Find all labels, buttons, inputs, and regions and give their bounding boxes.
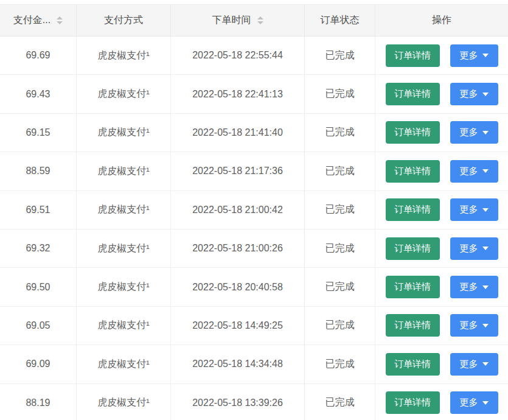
caret-down-icon xyxy=(257,21,263,24)
cell-amount: 69.50 xyxy=(0,268,77,306)
more-button[interactable]: 更多 xyxy=(450,353,498,376)
cell-payment-method: 虎皮椒支付¹ xyxy=(77,114,171,152)
caret-down-icon xyxy=(482,285,489,289)
caret-down-icon xyxy=(482,324,489,327)
cell-actions: 订单详情 更多 xyxy=(375,75,508,113)
more-button[interactable]: 更多 xyxy=(450,160,498,183)
cell-order-time: 2022-05-18 14:34:48 xyxy=(171,345,305,383)
cell-amount: 69.43 xyxy=(0,75,77,113)
column-header-status: 订单状态 xyxy=(305,5,375,36)
order-detail-button[interactable]: 订单详情 xyxy=(386,314,440,337)
order-detail-button[interactable]: 订单详情 xyxy=(386,237,440,260)
cell-order-time: 2022-05-18 21:00:26 xyxy=(171,229,305,267)
column-header-method: 支付方式 xyxy=(77,5,171,36)
cell-actions: 订单详情 更多 xyxy=(375,384,508,420)
cell-order-time: 2022-05-18 21:41:40 xyxy=(171,114,305,152)
cell-order-time: 2022-05-18 14:49:25 xyxy=(171,307,305,345)
cell-amount: 88.59 xyxy=(0,152,77,190)
more-button-label: 更多 xyxy=(460,88,478,100)
cell-actions: 订单详情 更多 xyxy=(375,229,508,267)
cell-order-status: 已完成 xyxy=(305,191,375,229)
more-button[interactable]: 更多 xyxy=(450,198,498,221)
column-header-status-label: 订单状态 xyxy=(321,14,360,27)
cell-order-time: 2022-05-18 22:41:13 xyxy=(171,75,305,113)
cell-actions: 订单详情 更多 xyxy=(375,307,508,345)
cell-order-status: 已完成 xyxy=(305,307,375,345)
cell-order-time: 2022-05-18 13:39:26 xyxy=(171,384,305,420)
cell-actions: 订单详情 更多 xyxy=(375,37,508,74)
cell-actions: 订单详情 更多 xyxy=(375,268,508,306)
caret-up-icon xyxy=(57,16,63,19)
table-row: 69.43 虎皮椒支付¹ 2022-05-18 22:41:13 已完成 订单详… xyxy=(0,75,508,113)
cell-amount: 69.69 xyxy=(0,37,77,74)
more-button-label: 更多 xyxy=(460,127,478,138)
cell-payment-method: 虎皮椒支付¹ xyxy=(77,152,171,190)
cell-order-time: 2022-05-18 22:55:44 xyxy=(171,37,305,74)
order-detail-button[interactable]: 订单详情 xyxy=(386,83,440,105)
cell-actions: 订单详情 更多 xyxy=(375,114,508,152)
cell-amount: 69.51 xyxy=(0,191,77,229)
more-button-label: 更多 xyxy=(460,320,478,331)
column-header-time-label: 下单时间 xyxy=(212,14,251,27)
cell-payment-method: 虎皮椒支付¹ xyxy=(77,345,171,383)
cell-payment-method: 虎皮椒支付¹ xyxy=(77,191,171,229)
cell-actions: 订单详情 更多 xyxy=(375,345,508,383)
cell-payment-method: 虎皮椒支付¹ xyxy=(77,229,171,267)
caret-down-icon xyxy=(482,54,489,57)
cell-payment-method: 虎皮椒支付¹ xyxy=(77,384,171,420)
orders-table: 支付金... 支付方式 下单时间 订单状态 操作 69.69 虎皮椒支付¹ 20… xyxy=(0,4,508,420)
cell-payment-method: 虎皮椒支付¹ xyxy=(77,307,171,345)
more-button-label: 更多 xyxy=(460,243,478,254)
order-detail-button[interactable]: 订单详情 xyxy=(386,353,440,376)
cell-payment-method: 虎皮椒支付¹ xyxy=(77,268,171,306)
order-detail-button[interactable]: 订单详情 xyxy=(386,276,440,298)
column-header-amount[interactable]: 支付金... xyxy=(0,5,77,36)
order-detail-button[interactable]: 订单详情 xyxy=(386,44,440,67)
sort-icon[interactable] xyxy=(257,16,263,24)
column-header-method-label: 支付方式 xyxy=(104,14,143,27)
more-button[interactable]: 更多 xyxy=(450,391,498,414)
table-row: 69.51 虎皮椒支付¹ 2022-05-18 21:00:42 已完成 订单详… xyxy=(0,191,508,229)
cell-order-status: 已完成 xyxy=(305,268,375,306)
more-button-label: 更多 xyxy=(460,204,478,215)
cell-amount: 69.09 xyxy=(0,345,77,383)
sort-icon[interactable] xyxy=(57,16,63,24)
cell-payment-method: 虎皮椒支付¹ xyxy=(77,75,171,113)
more-button[interactable]: 更多 xyxy=(450,276,498,298)
caret-down-icon xyxy=(482,247,489,250)
table-row: 69.69 虎皮椒支付¹ 2022-05-18 22:55:44 已完成 订单详… xyxy=(0,37,508,75)
cell-payment-method: 虎皮椒支付¹ xyxy=(77,37,171,74)
order-detail-button[interactable]: 订单详情 xyxy=(386,391,440,414)
cell-order-status: 已完成 xyxy=(305,345,375,383)
caret-down-icon xyxy=(482,93,489,96)
cell-order-time: 2022-05-18 20:40:58 xyxy=(171,268,305,306)
cell-amount: 88.19 xyxy=(0,384,77,420)
more-button-label: 更多 xyxy=(460,397,478,408)
table-row: 69.32 虎皮椒支付¹ 2022-05-18 21:00:26 已完成 订单详… xyxy=(0,229,508,268)
cell-order-status: 已完成 xyxy=(305,384,375,420)
cell-actions: 订单详情 更多 xyxy=(375,152,508,190)
order-detail-button[interactable]: 订单详情 xyxy=(386,121,440,144)
caret-up-icon xyxy=(257,16,263,19)
more-button[interactable]: 更多 xyxy=(450,121,498,144)
more-button[interactable]: 更多 xyxy=(450,44,498,67)
more-button[interactable]: 更多 xyxy=(450,237,498,260)
cell-order-status: 已完成 xyxy=(305,229,375,267)
more-button-label: 更多 xyxy=(460,281,478,293)
order-detail-button[interactable]: 订单详情 xyxy=(386,198,440,221)
caret-down-icon xyxy=(482,169,489,173)
more-button[interactable]: 更多 xyxy=(450,83,498,105)
caret-down-icon xyxy=(482,362,489,366)
table-header: 支付金... 支付方式 下单时间 订单状态 操作 xyxy=(0,5,508,37)
caret-down-icon xyxy=(482,208,489,212)
more-button[interactable]: 更多 xyxy=(450,314,498,337)
cell-order-time: 2022-05-18 21:17:36 xyxy=(171,152,305,190)
table-row: 69.05 虎皮椒支付¹ 2022-05-18 14:49:25 已完成 订单详… xyxy=(0,307,508,345)
column-header-time[interactable]: 下单时间 xyxy=(171,5,305,36)
more-button-label: 更多 xyxy=(460,359,478,370)
order-detail-button[interactable]: 订单详情 xyxy=(386,160,440,183)
cell-order-time: 2022-05-18 21:00:42 xyxy=(171,191,305,229)
cell-amount: 69.15 xyxy=(0,114,77,152)
caret-down-icon xyxy=(482,401,489,405)
table-row: 69.50 虎皮椒支付¹ 2022-05-18 20:40:58 已完成 订单详… xyxy=(0,268,508,306)
